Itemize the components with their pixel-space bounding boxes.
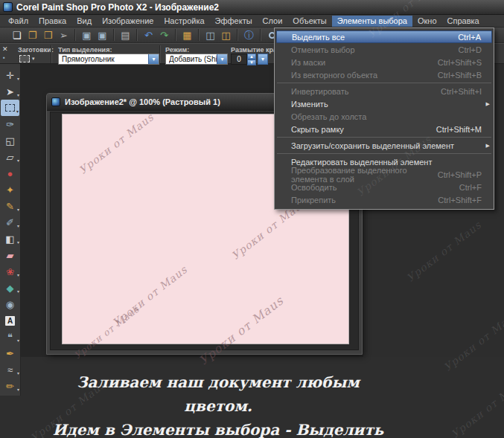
import-scan-icon[interactable]: ➢ [56, 28, 71, 42]
shortcut: Ctrl+F [459, 183, 482, 192]
feather-spinner[interactable]: ▲ ▼ [247, 54, 256, 65]
red-eye-tool[interactable]: ● [0, 165, 20, 181]
picture-tube-tool[interactable]: ❀▾ [0, 263, 20, 280]
mode-label: Режим: [165, 46, 189, 54]
flood-fill-icon: ◆ [7, 283, 14, 293]
close-icon[interactable]: ✕ [2, 45, 8, 53]
menu-window[interactable]: Окно [412, 16, 442, 27]
feather-value-field[interactable]: 0 [231, 54, 247, 65]
toolbar-separator [175, 29, 176, 41]
oil-brush-tool[interactable]: ✏▾ [0, 378, 20, 394]
clone-brush-tool[interactable]: ✎▾ [0, 198, 20, 214]
submenu-arrow-icon: ▶ [486, 101, 490, 107]
menu-item-defloat: Прикрепить Ctrl+Shift+F [275, 193, 494, 206]
crop-icon: ◱ [5, 136, 14, 146]
open-image-icon[interactable]: ❐ [25, 28, 40, 42]
chevron-down-icon[interactable]: ▾ [148, 54, 159, 64]
options-separator [159, 45, 161, 63]
menu-layers[interactable]: Слои [258, 16, 288, 27]
warp-brush-tool[interactable]: ≈▾ [0, 361, 20, 378]
app-icon [3, 2, 13, 12]
browse-icon[interactable]: ❒ [40, 28, 56, 42]
pointer-icon: ➤ [6, 87, 14, 97]
options-separator [51, 45, 52, 63]
straighten-tool[interactable]: ▱▾ [0, 149, 20, 165]
menu-objects[interactable]: Объекты [287, 16, 331, 27]
presets-dropdown[interactable]: ▾ [19, 54, 42, 63]
menu-file[interactable]: Файл [3, 16, 34, 27]
dropper-tool[interactable]: ✑ [0, 116, 20, 132]
new-image-icon[interactable]: ❏ [9, 28, 25, 42]
preset-shape-tool[interactable]: ❝▾ [0, 329, 20, 345]
pen-tool[interactable]: ✒ [0, 345, 20, 361]
paint-brush-icon: ✐ [6, 218, 14, 228]
flood-fill-tool[interactable]: ◆▾ [0, 280, 20, 296]
selection-tool[interactable]: ▾ [1, 100, 19, 116]
callout-shape-icon: ❝ [7, 332, 13, 342]
shortcut: Ctrl+Shift+P [438, 170, 482, 179]
makeover-tool[interactable]: ✦ [0, 181, 20, 198]
menu-bar: Файл Правка Вид Изображение Настройка Эф… [0, 15, 504, 28]
pan-icon: ✛ [6, 71, 14, 80]
chevron-down-icon[interactable]: ▾ [217, 54, 227, 64]
redo-icon[interactable]: ↷ [156, 28, 172, 42]
menu-item-select-all[interactable]: Выделить все Ctrl+A [276, 30, 492, 43]
menu-edit[interactable]: Правка [34, 16, 71, 27]
spinner-up-icon[interactable]: ▲ [247, 54, 256, 59]
menu-effects[interactable]: Эффекты [210, 16, 258, 27]
background-eraser-icon: ◉ [6, 300, 14, 309]
mode-combobox[interactable]: Добавить (Shift) ▾ [165, 54, 228, 65]
warp-brush-icon: ≈ [7, 365, 13, 375]
toolbar-separator [260, 29, 261, 41]
shortcut: Ctrl+Shift+M [436, 125, 482, 134]
document-title: Изображение2* @ 100% (Растровый 1) [65, 97, 220, 106]
title-bar[interactable]: Corel Paint Shop Pro Photo X2 - Изображе… [0, 0, 504, 15]
menu-item-invert: Инвертировать Ctrl+Shift+I [275, 85, 494, 97]
tutorial-caption: Заливаем наш документ любым цветом. Идем… [43, 370, 393, 438]
copy-image-icon[interactable]: ◫ [202, 28, 218, 42]
organizer-icon[interactable]: ▦ [179, 28, 195, 42]
lighten-darken-tool[interactable]: ◧▾ [0, 231, 20, 247]
menu-item-load-save-selection[interactable]: Загрузить/сохранить выделенный элемент ▶ [275, 139, 494, 152]
menu-view[interactable]: Вид [71, 16, 97, 27]
undo-icon[interactable]: ↶ [141, 28, 156, 42]
spinner-down-icon[interactable]: ▼ [247, 59, 256, 65]
lighten-darken-icon: ◧ [5, 234, 14, 244]
picture-tube-icon: ❀ [6, 267, 14, 277]
menu-item-select-none: Отменить выбор Ctrl+D [275, 43, 494, 56]
paint-brush-tool[interactable]: ✐▾ [0, 214, 20, 231]
caption-line-1: Заливаем наш документ любым цветом. [43, 370, 393, 418]
selections-menu: Выделить все Ctrl+A Отменить выбор Ctrl+… [274, 28, 494, 210]
menu-help[interactable]: Справка [442, 16, 485, 27]
paste-image-icon[interactable]: ◫ [218, 28, 234, 42]
oil-brush-icon: ✏ [6, 381, 14, 391]
pick-tool[interactable]: ➤▾ [0, 83, 20, 100]
menu-item-hide-marquee[interactable]: Скрыть рамку Ctrl+Shift+M [275, 123, 494, 135]
chevron-down-icon: ▾ [32, 56, 35, 62]
mode-value: Добавить (Shift) [169, 55, 217, 63]
save-icon[interactable]: ▣ [79, 28, 95, 42]
print-icon[interactable]: ▤ [118, 28, 133, 42]
submenu-arrow-icon: ▶ [486, 143, 490, 149]
window-title: Corel Paint Shop Pro Photo X2 - Изображе… [16, 2, 219, 13]
menu-item-modify[interactable]: Изменить ▶ [275, 97, 494, 110]
feather-dropdown[interactable]: ▾ [258, 54, 268, 65]
toolbar-separator [198, 29, 200, 41]
text-tool[interactable]: A [0, 312, 20, 329]
save-as-icon[interactable]: ▣ [95, 28, 110, 42]
pin-icon[interactable]: ▪ [3, 54, 5, 61]
menu-selections[interactable]: Элементы выбора [332, 16, 412, 27]
selection-type-combobox[interactable]: Прямоугольник ▾ [58, 54, 159, 65]
info-icon[interactable]: ⓘ [241, 28, 257, 42]
eraser-tool[interactable]: ▰ [0, 247, 20, 263]
background-eraser-tool[interactable]: ◉ [0, 296, 20, 312]
menu-adjust[interactable]: Настройка [159, 16, 209, 27]
caption-line-2: Идем в Элементы выбора - Выделить все [43, 418, 393, 438]
pan-tool[interactable]: ✛▾ [0, 67, 20, 83]
tools-toolbar: ✛▾ ➤▾ ▾ ✑ ◱ ▱▾ ● ✦ ✎▾ ✐▾ ◧▾ ▰ ❀▾ ◆▾ ◉ A … [0, 64, 21, 396]
crop-tool[interactable]: ◱ [0, 132, 20, 149]
toolbar-separator [136, 29, 138, 41]
dropper-icon: ✑ [6, 120, 14, 129]
menu-image[interactable]: Изображение [97, 16, 159, 27]
shortcut: Ctrl+Shift+F [438, 196, 482, 204]
